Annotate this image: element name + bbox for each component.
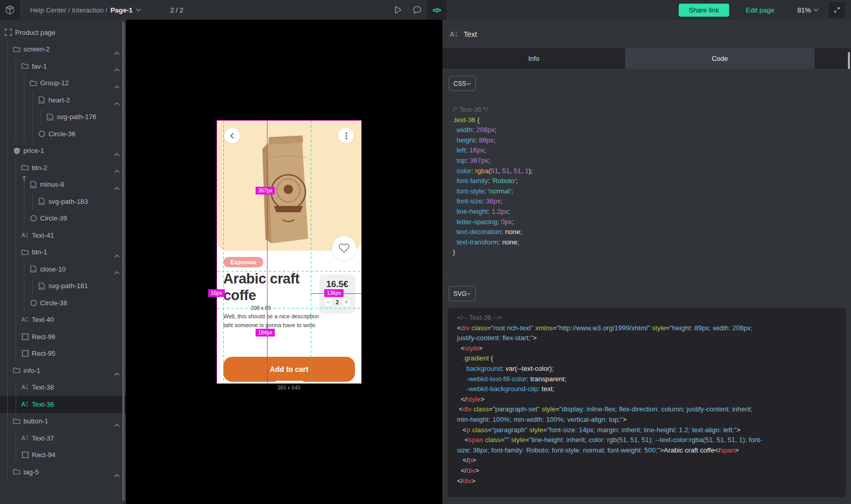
layer-row-circle-39[interactable]: Circle-39 [0, 210, 126, 227]
decrement-button[interactable]: − [323, 297, 333, 307]
svg-code-block[interactable]: <!-- Text-36 --><div class="root rich-te… [457, 313, 763, 486]
tree-indent-guide [16, 430, 16, 447]
chevron-down-icon[interactable] [136, 8, 141, 11]
svgfile-icon [37, 96, 46, 104]
tree-indent-guide [7, 345, 8, 363]
layer-row-close-10[interactable]: close-10 [0, 261, 126, 278]
layer-row-screen-2[interactable]: screen-2 [0, 41, 126, 58]
layer-row-svg-path-183[interactable]: svg-path-183 [0, 193, 126, 210]
layer-row-fav-1[interactable]: fav-1 [0, 58, 126, 75]
layer-row-text-38[interactable]: A⌶Text-38 [0, 379, 126, 396]
fullscreen-button[interactable] [829, 2, 845, 18]
category-tag[interactable]: Expresso [223, 257, 263, 267]
home-indicator [275, 381, 303, 383]
rect-icon [21, 332, 29, 341]
chevron-up-icon[interactable] [114, 98, 120, 108]
code-view-button[interactable]: </> [427, 0, 447, 20]
sidebar-scrollbar[interactable] [122, 22, 124, 501]
tree-indent-guide [16, 92, 16, 109]
add-to-cart-button[interactable]: Add to cart [223, 357, 355, 382]
code-line: size: 36px; font-family: Roboto; font-st… [457, 445, 763, 456]
tree-indent-guide [16, 109, 16, 126]
layer-label: fav-1 [32, 62, 47, 70]
chevron-up-icon[interactable] [114, 82, 120, 91]
tree-indent-guide [16, 58, 16, 75]
tree-indent-guide [7, 430, 8, 447]
tree-indent-guide [7, 92, 8, 109]
breadcrumb[interactable]: Help Center / Interaction / Page-1 [30, 0, 141, 20]
app-logo[interactable] [0, 0, 20, 20]
chevron-up-icon[interactable] [114, 267, 120, 277]
code-line: top: 367px; [453, 156, 532, 166]
layer-row-text-37[interactable]: A⌶Text-37 [0, 430, 126, 447]
layer-row-text-36[interactable]: A⌶Text-36 [0, 396, 126, 413]
chevron-up-icon[interactable] [114, 183, 120, 192]
rect-icon [21, 350, 29, 358]
layer-label: Circle-39 [40, 214, 67, 222]
measure-line-vertical [267, 121, 268, 383]
code-line: color: rgba(51, 51, 51, 1); [453, 166, 532, 176]
zoom-level-dropdown[interactable]: 81% [797, 0, 819, 20]
product-title[interactable]: Arabic craft coffe [223, 270, 314, 304]
chevron-up-icon[interactable] [114, 470, 120, 480]
layer-label: Text-38 [32, 383, 54, 391]
layer-row-circle-38[interactable]: Circle-38 [0, 294, 126, 312]
design-canvas[interactable]: Expresso Arabic craft coffe 16.5€ − 2 + … [126, 20, 442, 504]
code-line: width: 208px; [453, 125, 532, 135]
inspector-title: Text [464, 30, 477, 38]
layer-label: Text-37 [32, 434, 54, 442]
comments-button[interactable] [407, 0, 427, 20]
layer-row-button-1[interactable]: button-1 [0, 413, 126, 430]
layer-label: btn-2 [32, 164, 47, 172]
panel-scrollbar[interactable] [848, 52, 850, 69]
tab-code[interactable]: Code [625, 48, 815, 69]
chevron-up-icon[interactable] [114, 149, 120, 159]
tree-indent-guide [32, 125, 33, 143]
chevron-up-icon[interactable] [114, 251, 120, 260]
layer-row-btn-1[interactable]: btn-1 [0, 244, 126, 261]
edit-page-link[interactable]: Edit page [746, 0, 774, 20]
css-code-block[interactable]: /* Text-36 */.text-36 { width: 208px; he… [453, 105, 532, 257]
layer-row-rect-95[interactable]: Rect-95 [0, 345, 126, 363]
layer-row-product page[interactable]: Product page [0, 24, 126, 41]
breadcrumb-current-page[interactable]: Page-1 [110, 6, 133, 14]
layer-row-svg-path-181[interactable]: svg-path-181 [0, 278, 126, 295]
svg-format-dropdown[interactable]: SVG [449, 286, 476, 301]
product-screen-frame[interactable]: Expresso Arabic craft coffe 16.5€ − 2 + … [217, 121, 361, 383]
share-link-button[interactable]: Share link [679, 4, 729, 17]
layer-row-rect-96[interactable]: Rect-96 [0, 328, 126, 345]
tree-indent-guide [7, 227, 8, 244]
css-format-dropdown[interactable]: CSS [449, 76, 476, 91]
layer-row-text-40[interactable]: A⌶Text-40 [0, 312, 126, 329]
chevron-up-icon[interactable] [114, 166, 120, 175]
description-line: Well, this should be a nice description [223, 312, 320, 321]
layer-row-group-12[interactable]: Group-12 [0, 75, 126, 92]
tree-indent-guide [7, 125, 8, 143]
layer-row-heart-2[interactable]: heart-2 [0, 92, 126, 109]
layer-row-rect-94[interactable]: Rect-94 [0, 447, 126, 464]
tree-indent-guide [7, 447, 8, 464]
chevron-up-icon[interactable] [114, 48, 120, 57]
quantity-stepper[interactable]: − 2 + [319, 297, 355, 307]
layer-label: info-1 [23, 367, 41, 374]
layer-row-info-1[interactable]: info-1 [0, 362, 126, 379]
play-button[interactable] [388, 0, 408, 20]
page-indicator: 2 / 2 [170, 0, 183, 20]
layer-row-text-41[interactable]: A⌶Text-41 [0, 227, 126, 244]
layer-row-price-1[interactable]: price-1 [0, 143, 126, 160]
tab-info[interactable]: Info [442, 48, 625, 69]
favorite-button[interactable] [332, 236, 356, 260]
back-button[interactable] [224, 128, 240, 144]
chevron-up-icon[interactable] [114, 369, 120, 378]
tree-indent-guide [32, 109, 33, 126]
layer-row-minus-8[interactable]: minus-8 [0, 176, 126, 193]
layer-row-tag-5[interactable]: tag-5 [0, 463, 126, 481]
layer-row-svg-path-176[interactable]: svg-path-176 [0, 109, 126, 126]
chevron-up-icon[interactable] [114, 420, 120, 429]
layer-label: Rect-94 [32, 451, 56, 459]
layer-row-circle-36[interactable]: Circle-36 [0, 125, 126, 143]
increment-button[interactable]: + [341, 297, 351, 307]
layer-row-btn-2[interactable]: btn-2 [0, 159, 126, 176]
chevron-up-icon[interactable] [114, 64, 120, 74]
kebab-menu-button[interactable] [338, 128, 354, 144]
